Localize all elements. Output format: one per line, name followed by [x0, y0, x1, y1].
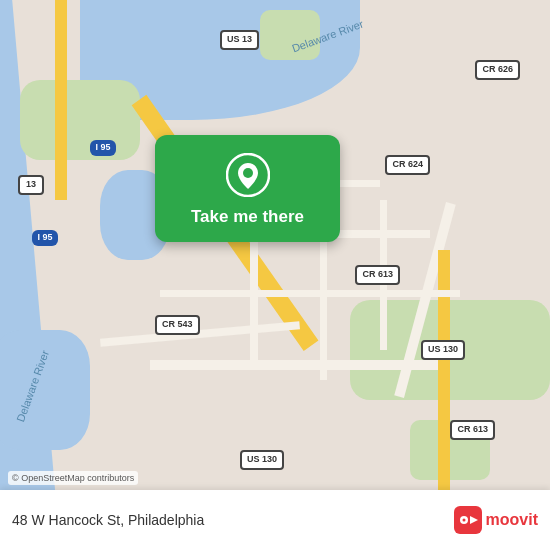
- green-area-1: [20, 80, 140, 160]
- badge-cr626: CR 626: [475, 60, 520, 80]
- cta-button-label[interactable]: Take me there: [191, 207, 304, 227]
- badge-us13-top: US 13: [220, 30, 259, 50]
- cta-popup[interactable]: Take me there: [155, 135, 340, 242]
- moovit-logo: moovit: [454, 506, 538, 534]
- osm-attribution: © OpenStreetMap contributors: [8, 471, 138, 485]
- badge-cr613-bottom: CR 613: [450, 420, 495, 440]
- bottom-bar: 48 W Hancock St, Philadelphia moovit: [0, 490, 550, 550]
- badge-us130-top: US 130: [421, 340, 465, 360]
- badge-us13-left: 13: [18, 175, 44, 195]
- badge-i95-top: I 95: [90, 140, 116, 156]
- address-text: 48 W Hancock St, Philadelphia: [12, 512, 454, 528]
- svg-point-1: [243, 168, 253, 178]
- location-pin-icon: [226, 153, 270, 197]
- svg-point-4: [462, 519, 465, 522]
- badge-cr613-top: CR 613: [355, 265, 400, 285]
- water-bottom-left: [0, 330, 90, 450]
- moovit-icon: [454, 506, 482, 534]
- badge-cr543: CR 543: [155, 315, 200, 335]
- map-container: Delaware River Delaware River US 13 13 I…: [0, 0, 550, 550]
- road-h2: [160, 290, 460, 297]
- badge-us130-bottom: US 130: [240, 450, 284, 470]
- badge-cr624: CR 624: [385, 155, 430, 175]
- moovit-text: moovit: [486, 511, 538, 529]
- road-us13: [55, 0, 67, 200]
- badge-i95-bottom: I 95: [32, 230, 58, 246]
